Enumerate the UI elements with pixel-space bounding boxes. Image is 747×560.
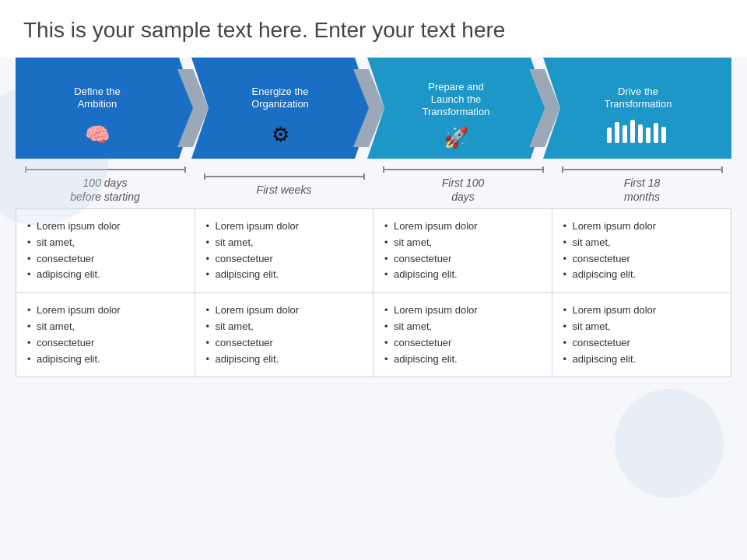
step4-label-line1: Drive the [618,86,658,97]
step4-bar7 [654,123,658,143]
bullet-list-2-3: Lorem ipsum dolor sit amet, consectetuer… [384,303,541,367]
content-cell-2-4: Lorem ipsum dolor sit amet, consectetuer… [552,293,731,376]
list-item: sit amet, [563,319,721,335]
step4-bar4 [630,120,635,143]
steps-svg: Define the Ambition 🧠 Energize the Organ… [16,58,731,159]
timeline-bar-2 [204,173,365,180]
steps-container: Define the Ambition 🧠 Energize the Organ… [16,58,731,159]
timeline-bar-1 [25,166,186,173]
content-cell-1-2: Lorem ipsum dolor sit amet, consectetuer… [195,209,374,292]
step4-bar2 [615,122,619,143]
list-item: Lorem ipsum dolor [27,303,184,319]
timeline-col-4: First 18months [552,166,731,204]
step4-bar6 [646,128,651,143]
list-item: adipiscing elit. [27,352,184,368]
list-item: sit amet, [27,319,184,335]
list-item: adipiscing elit. [563,267,721,283]
step1-label-line2: Ambition [78,98,117,110]
step3-label-line2: Launch the [431,93,481,105]
bg-decor-2 [615,389,724,498]
timeline-label-4: First 18months [624,176,661,204]
bullet-list-1-4: Lorem ipsum dolor sit amet, consectetuer… [563,219,721,283]
list-item: consectetuer [27,251,184,268]
timeline-label-3: First 100days [442,176,484,204]
step3-label-line3: Transformation [423,106,490,117]
step2-windmill-icon: ⚙ [272,123,289,146]
content-cell-2-2: Lorem ipsum dolor sit amet, consectetuer… [195,293,374,376]
list-item: consectetuer [384,251,541,268]
list-item: consectetuer [384,335,541,352]
list-item: Lorem ipsum dolor [27,219,184,235]
main-content: Define the Ambition 🧠 Energize the Organ… [0,58,747,378]
bullet-list-1-1: Lorem ipsum dolor sit amet, consectetuer… [27,219,184,283]
content-cell-2-1: Lorem ipsum dolor sit amet, consectetuer… [16,293,195,376]
tick-right-1 [184,166,186,173]
content-cell-1-3: Lorem ipsum dolor sit amet, consectetuer… [374,209,552,292]
list-item: Lorem ipsum dolor [563,303,721,319]
list-item: Lorem ipsum dolor [206,219,363,235]
list-item: sit amet, [563,235,721,251]
timeline-col-3: First 100days [374,166,552,204]
timeline-bar-4 [562,166,723,173]
bullet-list-2-2: Lorem ipsum dolor sit amet, consectetuer… [206,303,363,367]
line-4 [563,169,721,170]
step4-bar3 [622,125,627,143]
list-item: sit amet, [206,319,363,335]
list-item: consectetuer [27,335,184,352]
list-item: sit amet, [27,235,184,251]
list-item: Lorem ipsum dolor [563,219,721,235]
list-item: Lorem ipsum dolor [384,303,541,319]
list-item: consectetuer [563,335,721,352]
list-item: adipiscing elit. [206,267,363,283]
bullet-list-2-4: Lorem ipsum dolor sit amet, consectetuer… [563,303,721,367]
slide-title: This is your sample text here. Enter you… [23,17,724,44]
timeline-label-2: First weeks [257,183,312,197]
list-item: Lorem ipsum dolor [206,303,363,319]
tick-right-2 [363,173,365,180]
line-1 [26,169,184,170]
step4-bar8 [661,127,666,143]
step4-label-line2: Transformation [605,98,672,110]
list-item: sit amet, [384,235,541,251]
list-item: sit amet, [206,235,363,251]
slide-page: This is your sample text here. Enter you… [0,0,747,560]
line-3 [384,169,542,170]
step4-bar5 [638,124,643,143]
tick-right-3 [542,166,544,173]
list-item: adipiscing elit. [27,267,184,283]
content-row-2: Lorem ipsum dolor sit amet, consectetuer… [16,293,731,377]
list-item: Lorem ipsum dolor [384,219,541,235]
list-item: consectetuer [206,335,363,352]
list-item: adipiscing elit. [384,352,541,368]
bullet-list-1-3: Lorem ipsum dolor sit amet, consectetuer… [384,219,541,283]
timeline-col-2: First weeks [195,173,374,197]
step4-bar1 [607,128,612,143]
line-2 [205,176,363,177]
content-row-1: Lorem ipsum dolor sit amet, consectetuer… [16,208,731,293]
timeline-row: 100 daysbefore starting First weeks Firs… [16,166,731,204]
timeline-col-1: 100 daysbefore starting [16,166,195,204]
list-item: adipiscing elit. [206,352,363,368]
header: This is your sample text here. Enter you… [0,0,747,58]
list-item: adipiscing elit. [384,267,541,283]
list-item: consectetuer [563,251,721,268]
content-cell-1-4: Lorem ipsum dolor sit amet, consectetuer… [552,209,731,292]
list-item: sit amet, [384,319,541,335]
step3-rocket-icon: 🚀 [444,125,469,150]
list-item: consectetuer [206,251,363,268]
tick-right-4 [721,166,723,173]
timeline-label-1: 100 daysbefore starting [70,176,140,204]
bullet-list-1-2: Lorem ipsum dolor sit amet, consectetuer… [206,219,363,283]
step1-brain-icon: 🧠 [85,122,110,147]
bullet-list-2-1: Lorem ipsum dolor sit amet, consectetuer… [27,303,184,367]
content-cell-1-1: Lorem ipsum dolor sit amet, consectetuer… [16,209,195,292]
content-cell-2-3: Lorem ipsum dolor sit amet, consectetuer… [374,293,552,376]
step3-label-line1: Prepare and [428,81,484,93]
timeline-bar-3 [383,166,544,173]
step2-label-line1: Energize the [252,86,309,97]
list-item: adipiscing elit. [563,352,721,368]
step1-label-line1: Define the [74,86,120,97]
step2-label-line2: Organization [251,98,309,110]
